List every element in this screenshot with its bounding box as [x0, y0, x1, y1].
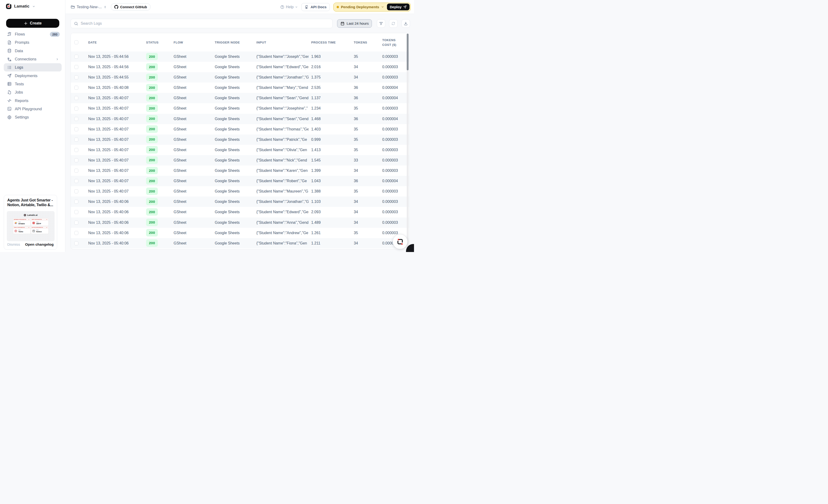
refresh-button[interactable]: [389, 19, 398, 28]
status-badge: 200: [146, 188, 158, 195]
row-checkbox[interactable]: [74, 169, 78, 173]
table-row[interactable]: Nov 13, 2025 - 05:44:56 200 GSheet Googl…: [71, 51, 409, 62]
row-checkbox[interactable]: [74, 138, 78, 141]
row-checkbox[interactable]: [74, 189, 78, 193]
sidebar-item-data[interactable]: Data: [4, 47, 61, 55]
sidebar-item-deployments[interactable]: Deployments: [4, 72, 61, 80]
row-checkbox[interactable]: [74, 117, 78, 121]
cell-trigger: Google Sheets: [215, 93, 240, 103]
api-docs-button[interactable]: API Docs: [301, 3, 330, 11]
row-checkbox[interactable]: [74, 65, 78, 69]
workspace-switcher[interactable]: Lamatic: [6, 3, 35, 9]
table-row[interactable]: Nov 13, 2025 - 05:40:07 200 GSheet Googl…: [71, 134, 409, 145]
col-header-date[interactable]: DATE: [88, 41, 97, 44]
cell-status: 200: [146, 207, 158, 217]
search-input[interactable]: [81, 19, 328, 28]
cell-process-time: 1.103: [311, 196, 321, 207]
sidebar-item-prompts[interactable]: Prompts: [4, 38, 61, 47]
chevron-down-icon: [381, 5, 384, 8]
cell-process-time: 1.489: [311, 218, 321, 228]
table-row[interactable]: Nov 13, 2025 - 05:40:07 200 GSheet Googl…: [71, 176, 409, 186]
pending-deployments-dropdown[interactable]: Pending Deployments: [341, 5, 379, 9]
chat-widget-button[interactable]: [393, 234, 407, 249]
row-checkbox[interactable]: [74, 231, 78, 235]
sidebar-item-reports[interactable]: Reports: [4, 96, 61, 105]
project-selector[interactable]: Testing-New-...: [71, 5, 107, 9]
row-checkbox[interactable]: [74, 55, 78, 59]
deploy-button[interactable]: Deploy: [387, 4, 410, 10]
table-row[interactable]: Nov 13, 2025 - 05:40:07 200 GSheet Googl…: [71, 103, 409, 113]
promo-card-twilio: TWILIO INTEGRATION▸– AppTwilio: [13, 226, 30, 234]
api-docs-icon: [304, 5, 309, 9]
row-checkbox[interactable]: [74, 221, 78, 225]
time-range-button[interactable]: Last 24 hours: [337, 19, 372, 28]
row-checkbox[interactable]: [74, 241, 78, 245]
status-badge: 200: [146, 239, 158, 247]
status-badge: 200: [146, 229, 158, 236]
sidebar-item-flows[interactable]: Flows 293: [4, 30, 61, 38]
col-header-trigger[interactable]: TRIGGER NODE: [215, 41, 240, 44]
filter-button[interactable]: [377, 19, 385, 28]
table-row[interactable]: Nov 13, 2025 - 05:40:07 200 GSheet Googl…: [71, 93, 409, 103]
table-row[interactable]: Nov 13, 2025 - 05:40:07 200 GSheet Googl…: [71, 114, 409, 124]
sidebar-item-tests[interactable]: Tests: [4, 80, 61, 88]
connect-github-button[interactable]: Connect GitHub: [111, 3, 151, 11]
row-checkbox[interactable]: [74, 210, 78, 214]
select-all-checkbox[interactable]: [74, 40, 78, 44]
table-row[interactable]: Nov 13, 2025 - 05:44:56 200 GSheet Googl…: [71, 62, 409, 72]
table-row[interactable]: Nov 13, 2025 - 05:40:07 200 GSheet Googl…: [71, 166, 409, 176]
connections-icon: [7, 57, 12, 61]
col-header-cost[interactable]: TOKENS COST ($): [382, 38, 405, 47]
table-scrollbar-track[interactable]: [407, 34, 409, 249]
col-header-tokens[interactable]: TOKENS: [354, 41, 367, 44]
sidebar-item-logs[interactable]: Logs: [4, 63, 61, 72]
tests-icon: [7, 82, 12, 86]
cell-tokens: 34: [354, 62, 358, 72]
dismiss-button[interactable]: Dismiss: [7, 242, 20, 246]
col-header-input[interactable]: INPUT: [256, 41, 308, 44]
row-checkbox[interactable]: [74, 96, 78, 100]
table-row[interactable]: Nov 13, 2025 - 05:40:07 200 GSheet Googl…: [71, 145, 409, 155]
row-checkbox[interactable]: [74, 200, 78, 204]
row-checkbox[interactable]: [74, 86, 78, 90]
cell-cost: 0.000003: [382, 196, 398, 207]
sidebar-item-connections[interactable]: Connections: [4, 55, 61, 63]
row-checkbox[interactable]: [74, 106, 78, 110]
cell-status: 200: [146, 218, 158, 228]
cell-flow: GSheet: [174, 238, 186, 248]
table-row[interactable]: Nov 13, 2025 - 05:40:07 200 GSheet Googl…: [71, 124, 409, 134]
sidebar-item-jobs[interactable]: Jobs: [4, 88, 61, 96]
cell-process-time: 1.403: [311, 124, 321, 134]
table-row[interactable]: Nov 13, 2025 - 05:40:06 200 GSheet Googl…: [71, 238, 409, 248]
table-row[interactable]: Nov 13, 2025 - 05:40:07 200 GSheet Googl…: [71, 186, 409, 196]
table-row[interactable]: Nov 13, 2025 - 05:40:07 200 GSheet Googl…: [71, 155, 409, 166]
open-changelog-button[interactable]: Open changelog: [25, 242, 54, 246]
cell-trigger: Google Sheets: [215, 134, 240, 145]
download-button[interactable]: [402, 19, 410, 28]
table-row[interactable]: Nov 13, 2025 - 05:40:08 200 GSheet Googl…: [71, 83, 409, 93]
cell-tokens: 36: [354, 176, 358, 186]
row-checkbox[interactable]: [74, 148, 78, 152]
table-row[interactable]: Nov 13, 2025 - 05:40:06 200 GSheet Googl…: [71, 207, 409, 217]
col-header-process[interactable]: PROCESS TIME: [311, 41, 336, 44]
cell-tokens: 34: [354, 207, 358, 217]
row-checkbox[interactable]: [74, 158, 78, 162]
table-row[interactable]: Nov 13, 2025 - 05:40:06 200 GSheet Googl…: [71, 196, 409, 207]
table-row[interactable]: Nov 13, 2025 - 05:44:55 200 GSheet Googl…: [71, 72, 409, 83]
cell-date: Nov 13, 2025 - 05:44:56: [88, 51, 129, 62]
cell-status: 200: [146, 124, 158, 134]
sidebar-item-api-playground[interactable]: API Playground: [4, 105, 61, 113]
table-scrollbar-thumb[interactable]: [407, 34, 409, 70]
table-row[interactable]: Nov 13, 2025 - 05:40:06 200 GSheet Googl…: [71, 228, 409, 238]
help-menu[interactable]: Help: [280, 5, 298, 9]
row-checkbox[interactable]: [74, 179, 78, 183]
cell-tokens: 35: [354, 228, 358, 238]
col-header-status[interactable]: STATUS: [146, 41, 159, 44]
sidebar-item-settings[interactable]: Settings: [4, 113, 61, 121]
cell-date: Nov 13, 2025 - 05:40:07: [88, 124, 129, 134]
row-checkbox[interactable]: [74, 127, 78, 131]
table-row[interactable]: Nov 13, 2025 - 05:40:06 200 GSheet Googl…: [71, 218, 409, 228]
row-checkbox[interactable]: [74, 76, 78, 80]
create-button[interactable]: Create: [6, 19, 59, 28]
col-header-flow[interactable]: FLOW: [174, 41, 183, 44]
